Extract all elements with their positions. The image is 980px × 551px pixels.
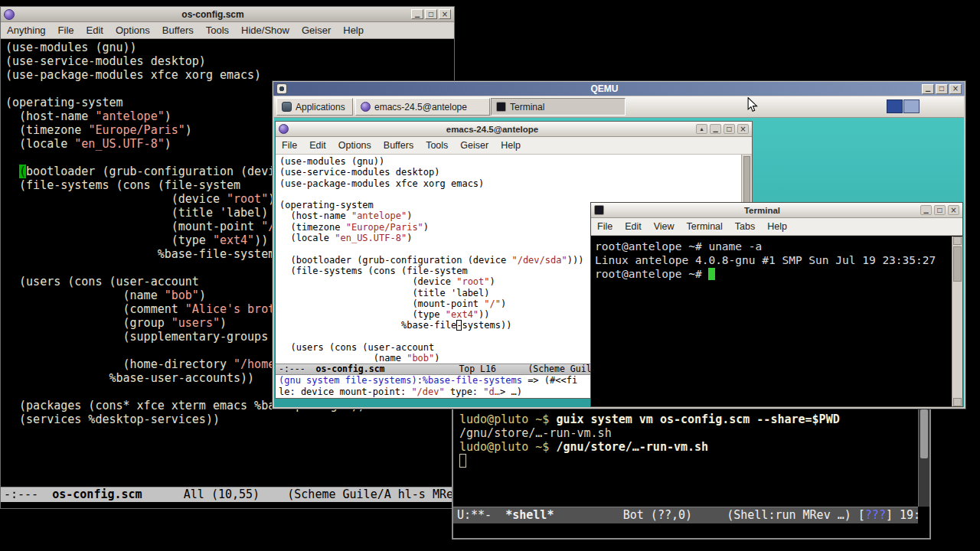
text-line: root@antelope ~# uname -a [595, 240, 952, 253]
maximize-icon [939, 86, 945, 92]
maximize-icon [937, 207, 943, 214]
guest-terminal-screen[interactable]: root@antelope ~# uname -aLinux antelope … [591, 236, 952, 406]
text-line: (use-modules (gnu)) [279, 156, 741, 167]
text-line: (use-modules (gnu)) [5, 41, 454, 54]
close-icon [950, 207, 956, 214]
applications-menu-button[interactable]: Applications [276, 98, 353, 116]
menu-anything[interactable]: Anything [1, 24, 52, 36]
maximize-button[interactable] [936, 84, 948, 94]
taskbar-item-emacs-label: emacs-24.5@antelope [374, 102, 467, 112]
minimize-icon [415, 11, 420, 18]
guest-emacs-titlebar[interactable]: emacs-24.5@antelope [276, 122, 752, 137]
close-button[interactable] [737, 124, 749, 134]
text-line: -:--- os-config.scm All (10,55) (Scheme … [4, 487, 454, 502]
guest-terminal-title: Terminal [607, 206, 917, 215]
menu-geiser[interactable]: Geiser [296, 24, 337, 36]
shell-buffer[interactable]: ludo@pluto ~$ guix system vm os-config.s… [453, 406, 916, 507]
host-emacs-menubar: AnythingFileEditOptionsBuffersToolsHide/… [1, 22, 454, 39]
taskbar-item-terminal[interactable]: Terminal [491, 98, 626, 116]
minimize-button[interactable] [922, 84, 934, 94]
menu-view[interactable]: View [648, 221, 681, 232]
minimize-button[interactable] [920, 205, 932, 215]
menu-buffers[interactable]: Buffers [377, 140, 420, 151]
emacs-icon [279, 124, 289, 134]
minimize-icon [926, 86, 930, 92]
menu-edit[interactable]: Edit [619, 221, 648, 232]
host-emacs-minibuffer[interactable] [1, 502, 454, 508]
minimize-button[interactable] [710, 124, 721, 134]
maximize-icon [727, 126, 733, 132]
scrollbar-thumb[interactable] [953, 246, 962, 282]
text-line: (use-service-modules desktop) [279, 167, 741, 178]
close-button[interactable] [949, 84, 962, 94]
menu-tools[interactable]: Tools [420, 140, 454, 151]
close-icon [740, 126, 746, 133]
applications-label: Applications [296, 102, 345, 112]
mouse-cursor [747, 97, 758, 112]
shell-emacs-window: ludo@pluto ~$ guix system vm os-config.s… [452, 406, 931, 540]
menu-hide-show[interactable]: Hide/Show [235, 24, 296, 36]
text-line: U:**- *shell* Bot (??,0) (Shell:run MRev… [457, 507, 918, 523]
text-line: (use-package-modules xfce xorg emacs) [279, 178, 741, 189]
guest-desktop[interactable]: Applications emacs-24.5@antelope Termina… [274, 96, 964, 407]
qemu-titlebar[interactable]: QEMU [273, 82, 965, 96]
emacs-icon [361, 102, 371, 112]
qemu-window: QEMU Applications emacs-24.5@antelope [272, 80, 966, 409]
menu-options[interactable]: Options [332, 140, 377, 151]
menu-tools[interactable]: Tools [200, 24, 235, 36]
qemu-icon [276, 83, 287, 94]
text-line: ludo@pluto ~$ /gnu/store/…-run-vm.sh [459, 440, 916, 454]
shade-icon [700, 126, 703, 132]
menu-help[interactable]: Help [337, 24, 370, 36]
text-line: Linux antelope 4.0.8-gnu #1 SMP Sun Jul … [595, 253, 952, 267]
workspace-1[interactable] [887, 99, 903, 113]
maximize-button[interactable] [934, 205, 946, 215]
scroll-up-arrow-icon[interactable] [953, 236, 962, 245]
window-controls [920, 205, 959, 215]
close-button[interactable] [948, 205, 959, 215]
shell-minibuffer[interactable] [453, 523, 929, 538]
menu-tabs[interactable]: Tabs [729, 221, 761, 232]
menu-edit[interactable]: Edit [80, 24, 109, 36]
workspace-2[interactable] [903, 99, 920, 113]
qemu-title: QEMU [290, 83, 919, 94]
maximize-button[interactable] [724, 124, 735, 134]
scroll-down-arrow-icon[interactable] [953, 398, 962, 406]
minimize-icon [713, 126, 717, 132]
menu-geiser[interactable]: Geiser [454, 140, 495, 151]
menu-edit[interactable]: Edit [303, 140, 332, 151]
menu-help[interactable]: Help [495, 140, 527, 151]
shell-modeline: U:**- *shell* Bot (??,0) (Shell:run MRev… [453, 507, 918, 523]
guest-terminal-titlebar[interactable]: Terminal [591, 203, 962, 218]
taskbar-item-emacs[interactable]: emacs-24.5@antelope [355, 98, 490, 116]
close-button[interactable] [439, 9, 451, 19]
menu-buffers[interactable]: Buffers [156, 24, 200, 36]
workspace-pager [887, 99, 920, 113]
maximize-icon [428, 11, 434, 18]
guest-taskbar: Applications emacs-24.5@antelope Termina… [274, 96, 964, 118]
terminal-icon [594, 205, 604, 215]
guest-terminal-window: Terminal FileEditViewTerminalTabsHelp ro… [590, 202, 963, 407]
menu-terminal[interactable]: Terminal [681, 221, 729, 232]
text-line: root@antelope ~# [595, 267, 952, 281]
terminal-icon [496, 102, 506, 112]
minimize-button[interactable] [411, 9, 423, 19]
text-line: (use-service-modules desktop) [5, 54, 454, 68]
menu-file[interactable]: File [591, 221, 619, 232]
maximize-button[interactable] [425, 9, 437, 19]
minimize-icon [923, 207, 928, 214]
menu-file[interactable]: File [52, 24, 80, 36]
text-line [459, 454, 916, 468]
text-line: /gnu/store/…-run-vm.sh [459, 426, 916, 440]
guest-terminal-scrollbar[interactable] [952, 236, 962, 406]
menu-options[interactable]: Options [109, 24, 156, 36]
menu-help[interactable]: Help [761, 221, 793, 232]
text-line: (services %desktop-services)) [5, 412, 454, 426]
menu-file[interactable]: File [276, 140, 303, 151]
scrollbar-thumb[interactable] [920, 409, 928, 458]
shell-scrollbar[interactable] [918, 406, 929, 507]
host-emacs-titlebar[interactable]: os-config.scm [1, 7, 454, 22]
text-line: ludo@pluto ~$ guix system vm os-config.s… [459, 412, 916, 426]
shade-button[interactable] [696, 124, 707, 134]
taskbar-item-terminal-label: Terminal [510, 102, 544, 112]
